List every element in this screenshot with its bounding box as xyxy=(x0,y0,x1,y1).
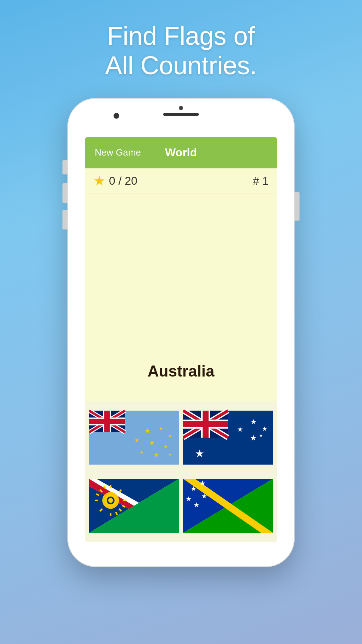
svg-text:★: ★ xyxy=(154,451,159,458)
hero-title: Find Flags of All Countries. xyxy=(105,21,257,80)
svg-text:★: ★ xyxy=(250,433,257,442)
svg-text:★: ★ xyxy=(201,492,207,500)
new-game-button[interactable]: New Game xyxy=(95,147,141,158)
country-name: Australia xyxy=(148,362,214,380)
volume-down-button xyxy=(62,210,67,229)
score-display: 0 / 20 xyxy=(109,174,137,188)
svg-rect-28 xyxy=(183,421,228,427)
svg-text:★: ★ xyxy=(168,451,172,456)
app-bar: New Game World xyxy=(85,137,277,168)
volume-up-button xyxy=(62,183,67,203)
flag-option-tuvalu[interactable]: ★ ★ ★ ★ ★ ★ ★ ★ ★ xyxy=(89,406,179,470)
score-current: 0 xyxy=(109,174,115,187)
svg-text:★: ★ xyxy=(251,418,257,426)
speaker-icon xyxy=(163,113,199,116)
svg-text:★: ★ xyxy=(259,433,263,438)
svg-text:★: ★ xyxy=(191,485,197,492)
svg-text:★: ★ xyxy=(163,443,168,449)
svg-text:★: ★ xyxy=(144,427,150,434)
content-area: Australia xyxy=(85,194,277,401)
silent-button xyxy=(62,160,67,174)
flag-grid: ★ ★ ★ ★ ★ ★ ★ ★ ★ xyxy=(85,401,277,542)
question-number: # 1 xyxy=(253,174,269,188)
phone-top xyxy=(67,98,295,137)
star-icon: ★ xyxy=(93,173,105,189)
phone-frame: New Game World ★ 0 / 20 # 1 Australia xyxy=(67,98,295,567)
svg-text:★: ★ xyxy=(199,479,205,487)
svg-rect-9 xyxy=(89,418,125,424)
svg-text:★: ★ xyxy=(186,495,192,503)
phone-screen: New Game World ★ 0 / 20 # 1 Australia xyxy=(85,137,277,542)
front-camera-icon xyxy=(179,106,183,110)
svg-text:★: ★ xyxy=(237,426,243,433)
flag-option-namibia[interactable] xyxy=(89,474,179,538)
score-total: 20 xyxy=(125,174,137,187)
flag-option-australia[interactable]: ★ ★ ★ ★ ★ ★ xyxy=(183,406,273,470)
svg-text:★: ★ xyxy=(139,450,144,455)
svg-text:★: ★ xyxy=(134,437,139,443)
app-title: World xyxy=(165,146,197,159)
score-bar: ★ 0 / 20 # 1 xyxy=(85,168,277,194)
svg-text:★: ★ xyxy=(168,433,172,439)
svg-text:★: ★ xyxy=(159,425,163,431)
svg-text:★: ★ xyxy=(262,426,267,432)
flag-option-solomon[interactable]: ★ ★ ★ ★ ★ xyxy=(183,474,273,538)
camera-icon xyxy=(114,113,119,119)
svg-text:★: ★ xyxy=(193,501,199,509)
svg-text:★: ★ xyxy=(149,439,155,447)
svg-text:★: ★ xyxy=(195,447,204,459)
score-separator: / xyxy=(119,174,125,187)
power-button xyxy=(295,192,300,221)
svg-point-55 xyxy=(108,498,113,503)
